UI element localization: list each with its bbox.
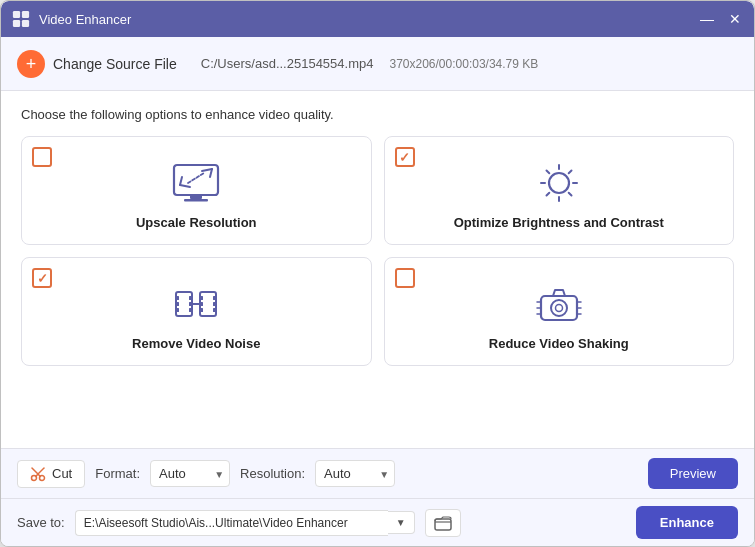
brightness-checkbox[interactable]	[395, 147, 415, 167]
svg-line-18	[568, 193, 571, 196]
scissors-icon	[30, 466, 46, 482]
brightness-label: Optimize Brightness and Contrast	[454, 215, 664, 230]
close-button[interactable]: ✕	[726, 10, 744, 28]
svg-rect-32	[213, 296, 216, 300]
format-dropdown-container: Auto MP4 AVI MOV MKV ▼	[150, 460, 230, 487]
svg-rect-22	[176, 296, 179, 300]
options-grid: Upscale Resolution	[21, 136, 734, 366]
add-icon: +	[17, 50, 45, 78]
svg-rect-34	[213, 308, 216, 312]
noise-label: Remove Video Noise	[132, 336, 260, 351]
svg-rect-51	[435, 519, 451, 530]
svg-line-7	[202, 169, 212, 171]
save-bar: Save to: E:\Aiseesoft Studio\Ais...Ultim…	[1, 498, 754, 546]
svg-line-10	[180, 177, 182, 185]
main-content: Choose the following options to enhance …	[1, 91, 754, 448]
resolution-label: Resolution:	[240, 466, 305, 481]
upscale-label: Upscale Resolution	[136, 215, 257, 230]
save-path-container: E:\Aiseesoft Studio\Ais...Ultimate\Video…	[75, 510, 415, 536]
option-card-brightness[interactable]: Optimize Brightness and Contrast	[384, 136, 735, 245]
open-folder-button[interactable]	[425, 509, 461, 537]
shaking-label: Reduce Video Shaking	[489, 336, 629, 351]
option-card-shaking[interactable]: Reduce Video Shaking	[384, 257, 735, 366]
svg-rect-5	[190, 195, 202, 199]
brightness-icon	[533, 161, 585, 205]
svg-rect-6	[184, 199, 208, 202]
format-label: Format:	[95, 466, 140, 481]
save-path-dropdown-button[interactable]: ▼	[388, 511, 415, 534]
source-file-details: 370x206/00:00:03/34.79 KB	[389, 57, 538, 71]
window-controls: — ✕	[698, 10, 744, 28]
svg-rect-1	[22, 11, 29, 18]
noise-icon	[170, 282, 222, 326]
shaking-checkbox[interactable]	[395, 268, 415, 288]
folder-icon	[434, 515, 452, 531]
change-source-label: Change Source File	[53, 56, 177, 72]
save-path-select[interactable]: E:\Aiseesoft Studio\Ais...Ultimate\Video…	[75, 510, 388, 536]
svg-line-19	[568, 171, 571, 174]
title-bar: Video Enhancer — ✕	[1, 1, 754, 37]
svg-point-38	[555, 305, 562, 312]
option-card-upscale[interactable]: Upscale Resolution	[21, 136, 372, 245]
cut-button[interactable]: Cut	[17, 460, 85, 488]
svg-line-11	[188, 173, 204, 183]
noise-checkbox[interactable]	[32, 268, 52, 288]
svg-rect-25	[189, 296, 192, 300]
cut-label: Cut	[52, 466, 72, 481]
svg-rect-31	[200, 308, 203, 312]
save-to-label: Save to:	[17, 515, 65, 530]
source-file-path: C:/Users/asd...25154554.mp4	[201, 56, 374, 71]
svg-line-17	[546, 171, 549, 174]
svg-line-50	[38, 468, 44, 474]
app-icon	[11, 9, 31, 29]
svg-rect-2	[13, 20, 20, 27]
svg-rect-29	[200, 296, 203, 300]
svg-rect-33	[213, 302, 216, 306]
svg-rect-23	[176, 302, 179, 306]
svg-line-20	[546, 193, 549, 196]
resolution-dropdown-container: Auto 360p 480p 720p 1080p 4K ▼	[315, 460, 395, 487]
format-select[interactable]: Auto MP4 AVI MOV MKV	[150, 460, 230, 487]
svg-rect-3	[22, 20, 29, 27]
svg-line-9	[180, 185, 190, 187]
main-window: Video Enhancer — ✕ + Change Source File …	[0, 0, 755, 547]
shaking-icon	[533, 282, 585, 326]
instruction-text: Choose the following options to enhance …	[21, 107, 734, 122]
change-source-button[interactable]: + Change Source File	[17, 50, 177, 78]
bottom-toolbar: Cut Format: Auto MP4 AVI MOV MKV ▼ Resol…	[1, 448, 754, 498]
option-card-noise[interactable]: Remove Video Noise	[21, 257, 372, 366]
minimize-button[interactable]: —	[698, 10, 716, 28]
svg-line-49	[32, 468, 38, 474]
upscale-icon	[170, 161, 222, 205]
source-bar: + Change Source File C:/Users/asd...2515…	[1, 37, 754, 91]
preview-button[interactable]: Preview	[648, 458, 738, 489]
resolution-select[interactable]: Auto 360p 480p 720p 1080p 4K	[315, 460, 395, 487]
svg-point-12	[549, 173, 569, 193]
svg-rect-0	[13, 11, 20, 18]
upscale-checkbox[interactable]	[32, 147, 52, 167]
enhance-button[interactable]: Enhance	[636, 506, 738, 539]
svg-rect-27	[189, 308, 192, 312]
svg-rect-24	[176, 308, 179, 312]
svg-point-37	[551, 300, 567, 316]
app-title: Video Enhancer	[39, 12, 698, 27]
